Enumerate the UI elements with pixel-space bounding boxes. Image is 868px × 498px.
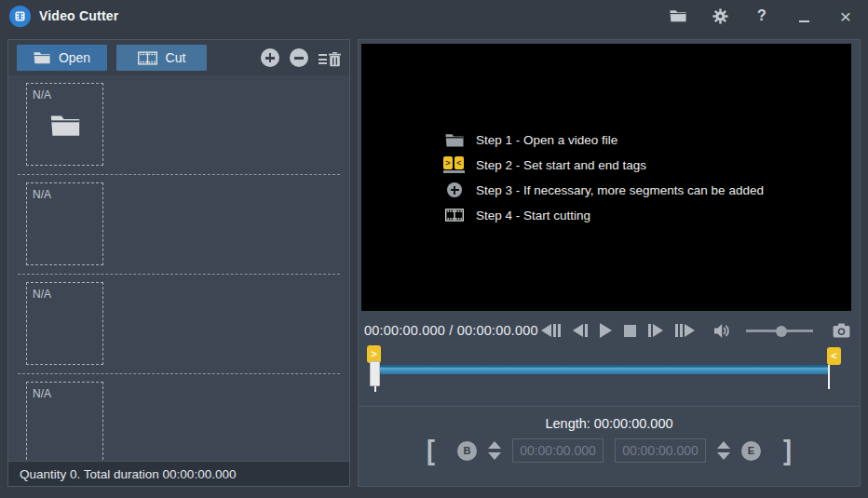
playback-buttons [541, 323, 695, 338]
instruction-steps: Step 1 - Open a video file > < Step 2 - … [443, 130, 764, 224]
remove-segment-button[interactable] [290, 48, 308, 67]
close-button[interactable]: × [836, 6, 855, 26]
list-icon [319, 54, 327, 67]
playback-controls: 00:00:00.000 / 00:00:00.000 [364, 320, 850, 341]
add-segment-icon [443, 182, 466, 197]
step-text: Step 3 - If necessary, more segments can… [476, 183, 764, 197]
step-text: Step 4 - Start cutting [476, 209, 590, 222]
player-panel: Step 1 - Open a video file > < Step 2 - … [358, 39, 861, 487]
spin-down-icon[interactable] [717, 452, 730, 460]
set-begin-button[interactable]: B [457, 441, 477, 461]
film-icon [138, 51, 157, 65]
toolbar-right-actions [261, 48, 341, 67]
step-row: Step 4 - Start cutting [443, 206, 764, 224]
segment-toolbar: Open Cut [8, 40, 349, 75]
speaker-icon [712, 323, 731, 339]
folder-icon [34, 51, 50, 64]
segment-label: N/A [33, 88, 51, 101]
step-back-button[interactable] [573, 324, 588, 337]
folder-icon [50, 114, 80, 139]
stop-button[interactable] [624, 325, 636, 337]
cut-button[interactable]: Cut [116, 45, 207, 71]
app-title: Video Cutter [39, 8, 118, 23]
cut-controls-row: [ B E ] [359, 438, 860, 463]
status-bar: Quantity 0. Total duration 00:00:00.000 [8, 461, 349, 486]
next-frame-button[interactable] [675, 324, 695, 337]
trash-icon [329, 52, 341, 67]
step-forward-button[interactable] [648, 324, 663, 337]
end-time-spinner[interactable] [717, 441, 730, 460]
segment-thumbnail[interactable]: N/A [26, 83, 103, 166]
minus-icon [294, 57, 304, 60]
help-button[interactable]: ? [753, 6, 771, 26]
segment-list-item[interactable]: N/A [18, 374, 340, 461]
open-file-icon[interactable] [669, 6, 687, 26]
start-bracket-button[interactable]: [ [427, 438, 435, 463]
set-end-button[interactable]: E [741, 441, 761, 461]
segment-list: N/A N/A N/A N/A [8, 75, 349, 461]
step-row: Step 3 - If necessary, more segments can… [443, 181, 764, 199]
start-time-input[interactable] [512, 438, 604, 463]
prev-frame-button[interactable] [541, 324, 561, 337]
segment-label: N/A [33, 188, 51, 201]
video-preview[interactable]: Step 1 - Open a video file > < Step 2 - … [361, 44, 851, 311]
segment-list-item[interactable]: N/A [18, 75, 340, 175]
cut-section: Length: 00:00:00.000 [ B E ] [359, 406, 860, 463]
play-button[interactable] [600, 323, 612, 338]
open-button-label: Open [59, 50, 90, 65]
minimize-icon [799, 20, 809, 22]
minimize-button[interactable] [794, 6, 813, 26]
end-tag-marker[interactable]: < [827, 347, 841, 365]
segment-list-item[interactable]: N/A [18, 275, 340, 374]
step-text: Step 2 - Set start and end tags [476, 158, 646, 172]
volume-mute-button[interactable] [712, 323, 731, 339]
spin-up-icon[interactable] [717, 441, 730, 449]
segment-list-item[interactable]: N/A [18, 175, 340, 275]
end-bracket-button[interactable]: ] [783, 438, 792, 463]
clear-list-button[interactable] [319, 48, 341, 67]
volume-slider[interactable] [746, 324, 813, 337]
camera-icon [833, 323, 850, 338]
start-time-spinner[interactable] [488, 441, 501, 460]
step-row: Step 1 - Open a video file [443, 130, 764, 149]
segment-label: N/A [33, 387, 51, 400]
snapshot-button[interactable] [833, 323, 850, 338]
spin-up-icon[interactable] [488, 441, 501, 449]
open-button[interactable]: Open [17, 45, 107, 71]
length-text: Length: 00:00:00.000 [359, 416, 860, 431]
time-display: 00:00:00.000 / 00:00:00.000 [364, 323, 538, 338]
segment-thumbnail[interactable]: N/A [26, 382, 103, 461]
timeline-track[interactable] [379, 365, 829, 374]
cut-button-label: Cut [166, 50, 186, 65]
settings-gear-icon[interactable] [711, 6, 729, 26]
app-logo-icon [9, 6, 31, 27]
spin-down-icon[interactable] [488, 452, 501, 460]
titlebar-actions: ? × [669, 6, 855, 26]
step-text: Step 1 - Open a video file [476, 133, 617, 147]
start-end-tags-icon: > < [443, 156, 466, 174]
segment-thumbnail[interactable]: N/A [26, 182, 103, 265]
playhead-handle[interactable] [370, 361, 380, 386]
step-row: > < Step 2 - Set start and end tags [443, 155, 764, 174]
segment-label: N/A [33, 288, 51, 301]
end-time-input[interactable] [615, 438, 706, 463]
folder-icon [443, 133, 466, 147]
timeline[interactable]: > < [364, 345, 854, 392]
status-text: Quantity 0. Total duration 00:00:00.000 [20, 467, 236, 481]
volume-thumb[interactable] [776, 326, 787, 337]
add-segment-button[interactable] [261, 48, 279, 67]
titlebar: Video Cutter [0, 0, 868, 32]
segment-thumbnail[interactable]: N/A [26, 282, 103, 365]
segment-list-panel: Open Cut [7, 39, 350, 487]
film-icon [443, 209, 466, 222]
